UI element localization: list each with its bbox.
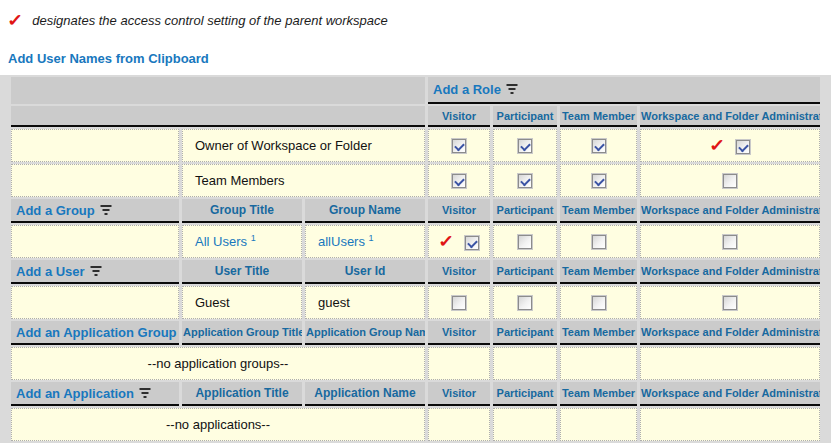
parent-setting-legend: ✓ designates the access control setting … xyxy=(8,10,823,30)
admin-column-header: Workspace and Folder Administrator xyxy=(640,199,820,223)
parent-setting-check-icon: ✓ xyxy=(709,137,725,154)
add-an-application-link[interactable]: Add an Application xyxy=(16,386,134,401)
team-members-participant-cell xyxy=(493,164,557,197)
access-control-table-area: Add a Role Visitor Participant Team Memb… xyxy=(0,75,831,443)
guest-id-cell: guest xyxy=(305,286,425,319)
application-name-column-header: Application Name xyxy=(305,382,425,406)
role-columns-header-row: Visitor Participant Team Member Workspac… xyxy=(11,106,820,127)
add-an-application-group-link[interactable]: Add an Application Group xyxy=(16,325,177,340)
all-users-team-member-checkbox[interactable] xyxy=(592,235,606,249)
owner-admin-checkbox[interactable] xyxy=(736,140,750,154)
add-a-user-link[interactable]: Add a User xyxy=(16,264,85,279)
admin-column-header: Workspace and Folder Administrator xyxy=(640,260,820,284)
dropdown-menu-icon[interactable] xyxy=(101,204,112,215)
empty-cell xyxy=(11,286,179,319)
add-user-cell: Add a User xyxy=(11,260,179,284)
participant-column-header: Participant xyxy=(493,321,557,345)
dropdown-menu-icon[interactable] xyxy=(507,83,518,94)
all-users-name-cell: allUsers 1 xyxy=(305,225,425,258)
empty-cell xyxy=(428,347,490,380)
visitor-column-header: Visitor xyxy=(428,106,490,127)
no-applications-row: --no applications-- xyxy=(11,408,820,441)
owner-row: Owner of Workspace or Folder ✓ xyxy=(11,129,820,162)
all-users-admin-checkbox[interactable] xyxy=(723,235,737,249)
all-users-link[interactable]: All Users xyxy=(195,234,247,249)
admin-column-header: Workspace and Folder Administrator xyxy=(640,106,820,127)
visitor-column-header: Visitor xyxy=(428,199,490,223)
visitor-column-header: Visitor xyxy=(428,321,490,345)
team-members-admin-checkbox[interactable] xyxy=(723,174,737,188)
owner-participant-checkbox[interactable] xyxy=(518,139,532,153)
guest-team-member-checkbox[interactable] xyxy=(592,296,606,310)
guest-participant-checkbox[interactable] xyxy=(518,296,532,310)
all-users-participant-cell xyxy=(493,225,557,258)
add-a-role-link[interactable]: Add a Role xyxy=(433,82,501,97)
footnote-ref: 1 xyxy=(251,233,256,243)
red-check-icon: ✓ xyxy=(7,12,23,29)
add-application-cell: Add an Application xyxy=(11,382,179,406)
visitor-column-header: Visitor xyxy=(428,382,490,406)
no-application-groups-text: --no application groups-- xyxy=(11,347,425,380)
participant-column-header: Participant xyxy=(493,199,557,223)
group-name-column-header: Group Name xyxy=(305,199,425,223)
team-member-column-header: Team Member xyxy=(560,382,637,406)
owner-team-member-checkbox[interactable] xyxy=(592,139,606,153)
add-application-header-row: Add an Application Application Title App… xyxy=(11,382,820,406)
legend-text: designates the access control setting of… xyxy=(32,13,388,28)
no-application-groups-row: --no application groups-- xyxy=(11,347,820,380)
add-role-header-row: Add a Role xyxy=(11,77,820,104)
empty-cell xyxy=(493,408,557,441)
user-title-column-header: User Title xyxy=(182,260,302,284)
dropdown-menu-icon[interactable] xyxy=(91,265,102,276)
add-group-cell: Add a Group xyxy=(11,199,179,223)
allusers-link[interactable]: allUsers xyxy=(318,234,365,249)
participant-column-header: Participant xyxy=(493,260,557,284)
no-applications-text: --no applications-- xyxy=(11,408,425,441)
guest-row: Guest guest xyxy=(11,286,820,319)
empty-cell xyxy=(493,347,557,380)
all-users-visitor-checkbox[interactable] xyxy=(465,236,479,250)
team-members-visitor-checkbox[interactable] xyxy=(452,174,466,188)
all-users-team-member-cell xyxy=(560,225,637,258)
owner-visitor-cell xyxy=(428,129,490,162)
guest-visitor-checkbox[interactable] xyxy=(452,296,466,310)
add-a-group-link[interactable]: Add a Group xyxy=(16,203,95,218)
guest-visitor-cell xyxy=(428,286,490,319)
empty-cell xyxy=(560,408,637,441)
team-members-visitor-cell xyxy=(428,164,490,197)
page-header: ✓ designates the access control setting … xyxy=(0,0,831,75)
participant-column-header: Participant xyxy=(493,106,557,127)
all-users-visitor-cell: ✓ xyxy=(428,225,490,258)
owner-label: Owner of Workspace or Folder xyxy=(182,129,425,162)
add-user-names-from-clipboard-link[interactable]: Add User Names from Clipboard xyxy=(8,51,209,66)
guest-admin-cell xyxy=(640,286,820,319)
application-title-column-header: Application Title xyxy=(182,382,302,406)
team-members-participant-checkbox[interactable] xyxy=(518,174,532,188)
empty-cell xyxy=(11,164,179,197)
owner-team-member-cell xyxy=(560,129,637,162)
team-members-row: Team Members xyxy=(11,164,820,197)
empty-cell xyxy=(640,347,820,380)
admin-column-header: Workspace and Folder Administrator xyxy=(640,382,820,406)
dropdown-menu-icon[interactable] xyxy=(140,387,151,398)
owner-admin-cell: ✓ xyxy=(640,129,820,162)
team-member-column-header: Team Member xyxy=(560,321,637,345)
add-role-cell: Add a Role xyxy=(428,77,820,104)
footnote-ref: 1 xyxy=(369,233,374,243)
empty-cell xyxy=(640,408,820,441)
add-application-group-header-row: Add an Application Group Application Gro… xyxy=(11,321,820,345)
owner-participant-cell xyxy=(493,129,557,162)
team-members-team-member-checkbox[interactable] xyxy=(592,174,606,188)
team-member-column-header: Team Member xyxy=(560,260,637,284)
guest-admin-checkbox[interactable] xyxy=(723,296,737,310)
application-group-name-column-header: Application Group Name xyxy=(305,321,425,345)
empty-cell xyxy=(560,347,637,380)
all-users-participant-checkbox[interactable] xyxy=(518,235,532,249)
participant-column-header: Participant xyxy=(493,382,557,406)
team-members-label: Team Members xyxy=(182,164,425,197)
visitor-column-header: Visitor xyxy=(428,260,490,284)
guest-title-cell: Guest xyxy=(182,286,302,319)
owner-visitor-checkbox[interactable] xyxy=(452,139,466,153)
empty-cell xyxy=(11,225,179,258)
team-member-column-header: Team Member xyxy=(560,106,637,127)
